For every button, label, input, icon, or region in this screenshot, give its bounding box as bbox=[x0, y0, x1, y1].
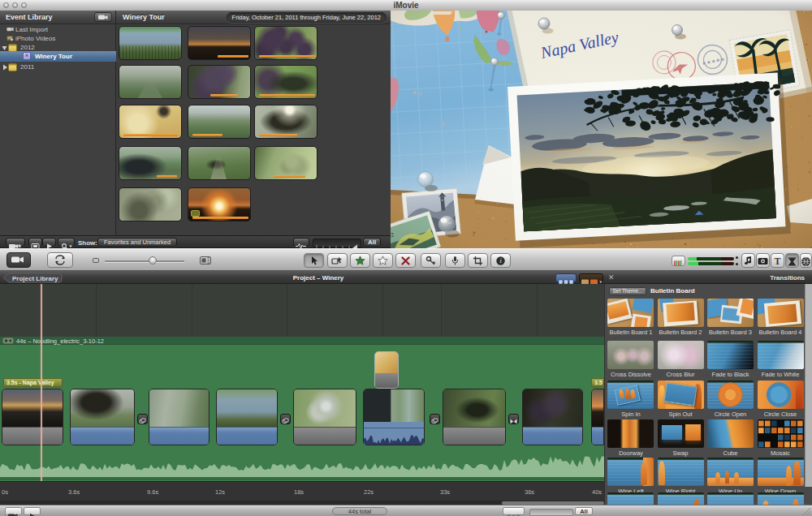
svg-text:i: i bbox=[499, 257, 501, 264]
